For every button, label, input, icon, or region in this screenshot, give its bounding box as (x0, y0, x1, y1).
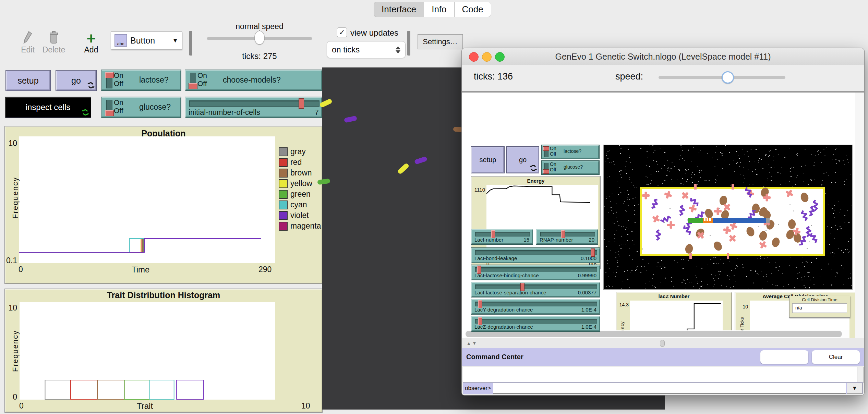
dna-strand (713, 218, 766, 223)
switch-knob[interactable] (189, 83, 197, 89)
slider-label: RNAP-number (540, 237, 573, 243)
ls-glucose-switch[interactable]: OnOffglucose? (541, 160, 600, 175)
lacz-protein (800, 192, 809, 203)
population-plot-area (19, 136, 275, 263)
plus-icon: + (72, 29, 110, 45)
dna-lac-gene (688, 218, 702, 223)
window-speed-label: speed: (615, 71, 643, 82)
command-line-row: observer> ▼ (463, 382, 863, 394)
cell-yellow (397, 162, 410, 174)
view-updates-label: view updates (350, 28, 398, 38)
output-scrollbar[interactable] (857, 367, 864, 382)
switch-knob[interactable] (543, 169, 549, 174)
delete-label: Delete (35, 45, 73, 54)
command-history-dropdown[interactable]: ▼ (847, 383, 863, 394)
ls-setup-button[interactable]: setup (471, 146, 505, 173)
slider-label: LacI-bond-leakage (474, 255, 517, 261)
command-center-clear-button[interactable]: Clear (812, 350, 860, 364)
ls-slider-laci-number[interactable]: LacI-number15 (471, 229, 533, 245)
add-button[interactable]: + Add (72, 29, 110, 54)
setup-button[interactable]: setup (5, 70, 51, 91)
command-center-output[interactable] (463, 367, 864, 382)
glucose-switch[interactable]: OnOffglucose? (101, 97, 181, 118)
initial-number-of-cells-slider[interactable]: initial-number-of-cells7 (185, 97, 323, 118)
trait-plot-title: Trait Distribution Histogram (5, 290, 322, 300)
clear-label: Clear (829, 354, 843, 361)
trait-xmax: 10 (301, 401, 310, 411)
legend-swatch (279, 158, 288, 167)
delete-button[interactable]: Delete (35, 29, 73, 54)
legend-item-red: red (279, 158, 321, 167)
window-interface-area: setup go OnOfflactose? OnOffglucose? Ene… (462, 93, 855, 338)
molecule-dot (765, 230, 767, 231)
ls-slider-rnap-number[interactable]: RNAP-number20 (536, 229, 598, 245)
energy-title: Energy (471, 178, 600, 184)
window-speed-knob[interactable] (722, 71, 734, 84)
view-updates-checkbox[interactable]: ✓ (337, 27, 347, 37)
membrane-channel (689, 253, 692, 259)
laci-protein (809, 231, 819, 244)
switch-knob[interactable] (543, 146, 549, 151)
switch-label: lactose? (564, 148, 581, 154)
population-ymin: 0.1 (5, 256, 17, 265)
ls-slider-laci-lactose-binding-chance[interactable]: LacI-lactose-binding-chance0.99990 (471, 265, 600, 280)
ls-slider-lacz-degradation-chance[interactable]: LacZ-degradation-chance1.0E-4 (471, 316, 600, 332)
tab-bar: Interface Info Code (374, 2, 491, 17)
energy-ymax: 1110 (472, 187, 485, 193)
ls-world-view[interactable] (603, 145, 853, 290)
ls-lactose-switch[interactable]: OnOfflactose? (541, 145, 600, 159)
switch-knob[interactable] (105, 110, 114, 116)
population-xmin: 0 (19, 265, 23, 274)
legend-swatch (279, 200, 288, 209)
go-button[interactable]: go (56, 70, 97, 91)
molecule-dot (807, 248, 808, 249)
switch-knob[interactable] (105, 72, 114, 78)
close-icon[interactable] (469, 52, 479, 62)
dna-cap (766, 218, 770, 223)
ls-go-button[interactable]: go (506, 146, 539, 173)
command-center-blank-button[interactable] (760, 350, 808, 364)
molecule-dot (809, 241, 810, 242)
tab-info[interactable]: Info (424, 2, 454, 17)
lacz-ymax: 14.3 (616, 302, 629, 307)
ls-slider-lacy-degradation-chance[interactable]: LacY-degradation-chance1.0E-4 (471, 299, 600, 315)
lactose-molecule (758, 240, 768, 250)
widget-type-dropdown[interactable]: abc Button ▼ (111, 32, 182, 49)
settings-button[interactable]: Settings… (418, 34, 463, 49)
population-xlabel: Time (132, 265, 149, 275)
tab-interface[interactable]: Interface (374, 2, 424, 17)
tab-code[interactable]: Code (454, 2, 491, 17)
legend-swatch (279, 169, 288, 178)
avg-legend-title: Cell Division Time (789, 296, 850, 302)
command-input[interactable] (493, 383, 846, 394)
choose-models-switch[interactable]: OnOffchoose-models? (185, 70, 323, 91)
command-center-splitter[interactable]: ▲ ▼ (462, 338, 864, 348)
ls-slider-laci-lactose-separation-chance[interactable]: LacI-lactose-separation-chance0.00377 (471, 282, 600, 297)
slider-value: 0.1000 (581, 255, 596, 261)
window-title: GenEvo 1 Genetic Switch.nlogo (LevelSpac… (462, 48, 864, 65)
molecule-dot (789, 204, 791, 205)
avg-legend-value: n/a (792, 303, 847, 313)
molecule-dot (670, 208, 671, 209)
zoom-icon[interactable] (495, 52, 505, 62)
minimize-icon[interactable] (482, 52, 492, 62)
splitter-grip-icon[interactable] (660, 340, 665, 347)
legend-item-yellow: yellow (279, 179, 321, 188)
toolbar-divider (189, 31, 192, 56)
slider-value: 7 (315, 108, 319, 117)
speed-slider-knob[interactable] (254, 31, 265, 45)
screen: Interface Info Code Edit Delete + Add ab… (0, 0, 868, 414)
membrane-channel (727, 253, 729, 259)
lactose-switch[interactable]: OnOfflactose? (101, 70, 181, 91)
splitter-arrows-icon[interactable]: ▲ ▼ (467, 341, 477, 346)
slider-value: 15 (523, 237, 529, 243)
ls-vertical-scrollbar[interactable] (855, 93, 864, 338)
ls-slider-laci-bond-leakage[interactable]: LacI-bond-leakage0.1000 (471, 247, 600, 263)
slider-label: LacI-lactose-separation-chance (474, 290, 546, 295)
inspect-cells-button[interactable]: inspect cells (5, 97, 91, 118)
trait-xmin: 0 (19, 401, 24, 411)
window-titlebar[interactable]: GenEvo 1 Genetic Switch.nlogo (LevelSpac… (462, 48, 864, 65)
trait-ymax: 10 (5, 303, 17, 313)
update-mode-select[interactable]: on ticks (327, 41, 406, 58)
slider-knob[interactable] (299, 98, 304, 109)
